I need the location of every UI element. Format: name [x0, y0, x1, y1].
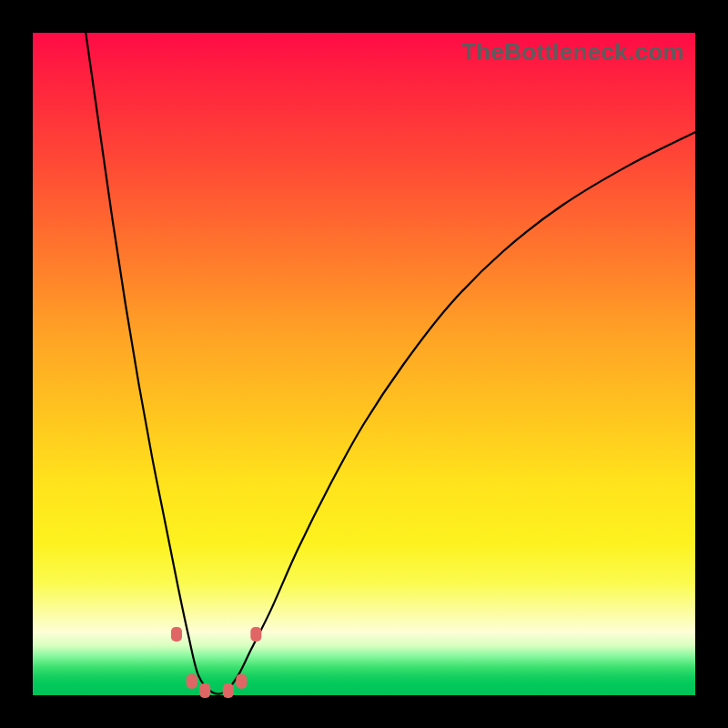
curve-marker [223, 683, 234, 698]
plot-area: TheBottleneck.com [33, 33, 695, 695]
chart-frame: TheBottleneck.com [0, 0, 728, 728]
curve-marker [187, 674, 197, 689]
curve-marker [250, 627, 261, 642]
bottleneck-curve [86, 33, 695, 694]
curve-marker [236, 674, 247, 689]
curve-overlay [33, 33, 695, 695]
trough-markers [171, 627, 261, 698]
curve-marker [199, 683, 210, 698]
curve-marker [171, 627, 182, 642]
